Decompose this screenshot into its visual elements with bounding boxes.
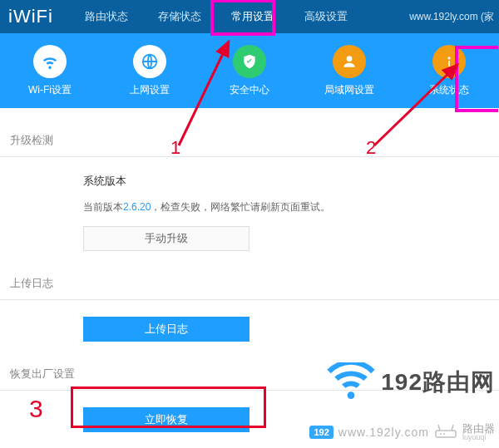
svg-point-1 xyxy=(347,56,353,62)
router-icon xyxy=(434,424,457,441)
tab-storage-status[interactable]: 存储状态 xyxy=(143,0,216,33)
annotation-3: 3 xyxy=(29,395,43,423)
svg-point-9 xyxy=(440,433,442,435)
nav-label: 系统状态 xyxy=(429,83,469,97)
svg-line-7 xyxy=(438,425,440,431)
section-title-upgrade: 升级检测 xyxy=(0,108,499,157)
wifi-icon xyxy=(33,45,67,78)
nav-security-center[interactable]: 安全中心 xyxy=(200,33,299,108)
watermark-footer: 192 www.192ly.com 路由器 luyouqi xyxy=(309,423,495,441)
nav-label: 安全中心 xyxy=(230,83,269,97)
nav-wifi-settings[interactable]: Wi-Fi设置 xyxy=(0,33,100,108)
info-icon xyxy=(432,45,466,78)
log-body: 上传日志 xyxy=(0,317,499,342)
version-label: 系统版本 xyxy=(83,174,499,189)
watermark-badge: 192 xyxy=(309,426,333,439)
nav-label: 局域网设置 xyxy=(324,83,374,97)
watermark-label-group: 路由器 luyouqi xyxy=(462,423,495,441)
svg-point-2 xyxy=(447,57,450,59)
svg-point-10 xyxy=(443,433,445,435)
top-tabs: 路由状态 存储状态 常用设置 高级设置 xyxy=(70,0,363,33)
nav-internet-settings[interactable]: 上网设置 xyxy=(100,33,200,108)
version-number: 2.6.20 xyxy=(123,201,151,213)
version-suffix: ，检查失败，网络繁忙请刷新页面重试。 xyxy=(151,201,330,213)
svg-rect-3 xyxy=(448,61,450,66)
annotation-2: 2 xyxy=(366,137,376,159)
upload-log-button[interactable]: 上传日志 xyxy=(83,317,250,342)
watermark-logo: 192路由网 xyxy=(326,362,495,402)
watermark-url: www.192ly.com xyxy=(338,426,429,439)
header-url: www.192ly.com (家 xyxy=(409,10,494,24)
nav-label: Wi-Fi设置 xyxy=(28,83,72,97)
version-line: 当前版本2.6.20，检查失败，网络繁忙请刷新页面重试。 xyxy=(83,200,499,214)
globe-icon xyxy=(133,45,166,78)
user-icon xyxy=(333,45,366,78)
tab-advanced-settings[interactable]: 高级设置 xyxy=(289,0,363,33)
shield-icon xyxy=(233,45,266,78)
restore-now-button[interactable]: 立即恢复 xyxy=(83,407,250,432)
section-title-log: 上传日志 xyxy=(0,251,499,300)
nav-label: 上网设置 xyxy=(130,83,170,97)
nav-lan-settings[interactable]: 局域网设置 xyxy=(299,33,399,108)
logo: iWiFi xyxy=(0,6,70,27)
annotation-1: 1 xyxy=(170,137,180,159)
upgrade-body: 系统版本 当前版本2.6.20，检查失败，网络繁忙请刷新页面重试。 手动升级 xyxy=(0,174,499,251)
watermark-text: 192路由网 xyxy=(381,367,495,398)
svg-line-8 xyxy=(452,425,453,431)
svg-rect-6 xyxy=(436,431,456,437)
nav-system-status[interactable]: 系统状态 xyxy=(399,33,499,108)
tab-common-settings[interactable]: 常用设置 xyxy=(216,0,289,33)
tab-router-status[interactable]: 路由状态 xyxy=(70,0,143,33)
top-nav: iWiFi 路由状态 存储状态 常用设置 高级设置 www.192ly.com … xyxy=(0,0,499,33)
icon-row: Wi-Fi设置 上网设置 安全中心 局域网设置 系统状态 xyxy=(0,33,499,108)
manual-upgrade-button[interactable]: 手动升级 xyxy=(83,226,250,251)
version-prefix: 当前版本 xyxy=(83,201,123,213)
wifi-icon xyxy=(326,362,376,402)
watermark-sub: luyouqi xyxy=(462,434,495,441)
